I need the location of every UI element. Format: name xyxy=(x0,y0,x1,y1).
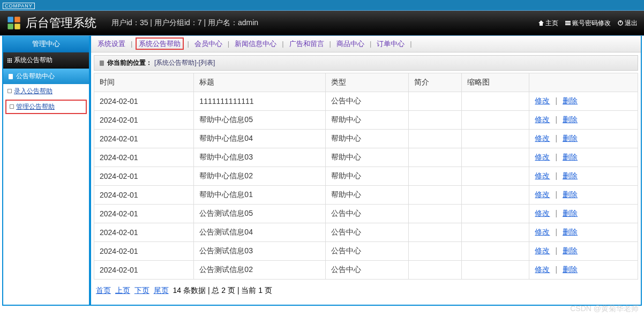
svg-rect-8 xyxy=(620,20,620,23)
cell-actions: 修改|删除 xyxy=(529,111,638,130)
data-table: 时间标题类型简介缩略图 2024-02-011111111111111公告中心修… xyxy=(94,73,638,280)
password-link[interactable]: 账号密码修改 xyxy=(565,19,611,28)
cell-thumb xyxy=(461,186,529,205)
cell-type: 帮助中心 xyxy=(326,130,409,148)
delete-link[interactable]: 删除 xyxy=(563,246,578,255)
topnav-item-0[interactable]: 系统设置 xyxy=(95,39,128,49)
edit-link[interactable]: 修改 xyxy=(535,115,550,124)
nav-separator: | xyxy=(282,40,283,48)
sidebar-item-helpcenter[interactable]: 公告帮助中心 xyxy=(3,69,89,84)
edit-link[interactable]: 修改 xyxy=(535,153,550,161)
cell-actions: 修改|删除 xyxy=(529,223,638,242)
edit-link[interactable]: 修改 xyxy=(535,96,550,105)
delete-link[interactable]: 删除 xyxy=(563,265,578,274)
breadcrumb-path: [系统公告帮助]-[列表] xyxy=(154,58,215,67)
cell-intro xyxy=(409,242,462,261)
action-separator: | xyxy=(555,228,557,236)
cell-time: 2024-02-01 xyxy=(94,261,194,280)
delete-link[interactable]: 删除 xyxy=(563,115,578,124)
table-row: 2024-02-011111111111111公告中心修改|删除 xyxy=(94,92,638,111)
pager-last[interactable]: 尾页 xyxy=(154,286,169,295)
system-title: 后台管理系统 xyxy=(26,15,96,31)
svg-rect-2 xyxy=(8,24,13,29)
svg-rect-3 xyxy=(14,24,20,29)
delete-link[interactable]: 删除 xyxy=(563,209,578,217)
cell-type: 公告中心 xyxy=(326,92,409,111)
breadcrumb-label: 你当前的位置： xyxy=(107,58,152,67)
cell-type: 公告中心 xyxy=(326,223,409,242)
cell-title: 公告测试信息04 xyxy=(194,223,326,242)
edit-link[interactable]: 修改 xyxy=(535,265,550,274)
cell-actions: 修改|删除 xyxy=(529,167,638,186)
cell-intro xyxy=(409,130,462,148)
topnav-item-5[interactable]: 商品中心 xyxy=(334,39,366,49)
company-tag: COMPANY xyxy=(0,0,644,10)
sidebar-item-announce[interactable]: 系统公告帮助 xyxy=(3,52,89,69)
cell-type: 帮助中心 xyxy=(326,186,409,205)
edit-link[interactable]: 修改 xyxy=(535,228,550,236)
cell-time: 2024-02-01 xyxy=(94,223,194,242)
action-separator: | xyxy=(555,134,557,142)
topnav-item-1[interactable]: 系统公告帮助 xyxy=(136,37,184,50)
nav-separator: | xyxy=(410,40,411,48)
delete-link[interactable]: 删除 xyxy=(563,190,578,199)
table-row: 2024-02-01公告测试信息04公告中心修改|删除 xyxy=(94,223,638,242)
pager-next[interactable]: 下页 xyxy=(134,286,149,295)
cell-actions: 修改|删除 xyxy=(529,186,638,205)
table-row: 2024-02-01帮助中心信息04帮助中心修改|删除 xyxy=(94,130,638,148)
cell-intro xyxy=(409,92,462,111)
table-row: 2024-02-01帮助中心信息02帮助中心修改|删除 xyxy=(94,167,638,186)
cell-time: 2024-02-01 xyxy=(94,167,194,186)
delete-link[interactable]: 删除 xyxy=(563,134,578,142)
home-label: 主页 xyxy=(545,19,558,28)
cell-type: 帮助中心 xyxy=(326,148,409,167)
delete-link[interactable]: 删除 xyxy=(563,171,578,180)
home-link[interactable]: 主页 xyxy=(538,19,558,28)
sidebar-link-manage[interactable]: 管理公告帮助 xyxy=(5,100,87,114)
sidebar: 管理中心 系统公告帮助 公告帮助中心 录入公告帮助 管理公告帮助 xyxy=(3,36,89,305)
company-label: COMPANY xyxy=(3,3,35,9)
cell-title: 1111111111111 xyxy=(194,92,326,111)
cell-intro xyxy=(409,167,462,186)
cell-type: 公告中心 xyxy=(326,242,409,261)
delete-link[interactable]: 删除 xyxy=(563,228,578,236)
grid-icon xyxy=(8,58,12,63)
home-icon xyxy=(538,20,544,26)
breadcrumb: 你当前的位置： [系统公告帮助]-[列表] xyxy=(94,55,638,71)
pager-prev[interactable]: 上页 xyxy=(115,286,130,295)
action-separator: | xyxy=(555,265,557,274)
cell-time: 2024-02-01 xyxy=(94,205,194,223)
cell-intro xyxy=(409,148,462,167)
cell-thumb xyxy=(461,148,529,167)
logout-link[interactable]: 退出 xyxy=(617,19,638,28)
cell-type: 公告中心 xyxy=(326,205,409,223)
edit-link[interactable]: 修改 xyxy=(535,246,550,255)
topnav-item-4[interactable]: 广告和留言 xyxy=(287,39,326,49)
topnav-item-6[interactable]: 订单中心 xyxy=(375,39,407,49)
sidebar-link-enter[interactable]: 录入公告帮助 xyxy=(3,84,89,99)
edit-link[interactable]: 修改 xyxy=(535,134,550,142)
list-icon xyxy=(565,20,571,26)
table-header: 时间 xyxy=(94,73,194,92)
cell-actions: 修改|删除 xyxy=(529,261,638,280)
table-header: 类型 xyxy=(326,73,409,92)
pager-first[interactable]: 首页 xyxy=(96,286,111,295)
delete-link[interactable]: 删除 xyxy=(563,153,578,161)
cell-title: 公告测试信息03 xyxy=(194,242,326,261)
cell-intro xyxy=(409,186,462,205)
svg-rect-4 xyxy=(565,21,571,22)
cell-actions: 修改|删除 xyxy=(529,92,638,111)
edit-link[interactable]: 修改 xyxy=(535,190,550,199)
topnav-item-2[interactable]: 会员中心 xyxy=(192,39,224,49)
action-separator: | xyxy=(555,171,557,180)
action-separator: | xyxy=(555,246,557,255)
doc-icon xyxy=(8,73,14,80)
topnav-item-3[interactable]: 新闻信息中心 xyxy=(233,39,279,49)
cell-title: 帮助中心信息03 xyxy=(194,148,326,167)
edit-link[interactable]: 修改 xyxy=(535,171,550,180)
cell-intro xyxy=(409,205,462,223)
table-row: 2024-02-01公告测试信息05公告中心修改|删除 xyxy=(94,205,638,223)
edit-link[interactable]: 修改 xyxy=(535,209,550,217)
delete-link[interactable]: 删除 xyxy=(563,96,578,105)
nav-separator: | xyxy=(131,40,132,48)
